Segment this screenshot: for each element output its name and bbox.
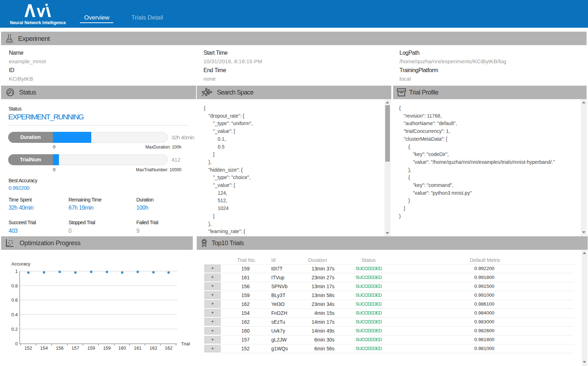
svg-text:160: 160 — [118, 345, 126, 351]
svg-text:0.6: 0.6 — [11, 297, 18, 303]
svg-text:162: 162 — [165, 345, 173, 351]
svg-text:157: 157 — [71, 345, 79, 351]
svg-text:1: 1 — [15, 269, 18, 274]
svg-text:161: 161 — [134, 345, 142, 351]
svg-text:Accuracy: Accuracy — [11, 261, 31, 267]
svg-text:156: 156 — [56, 345, 64, 351]
svg-text:159: 159 — [103, 345, 111, 351]
svg-text:159: 159 — [87, 345, 95, 351]
svg-text:0.8: 0.8 — [11, 283, 18, 289]
svg-text:154: 154 — [40, 345, 48, 351]
svg-text:0: 0 — [15, 341, 18, 346]
svg-text:Trial: Trial — [181, 341, 190, 346]
svg-text:162: 162 — [149, 345, 157, 351]
svg-text:0.2: 0.2 — [11, 327, 18, 332]
svg-text:152: 152 — [24, 345, 32, 351]
svg-text:0.4: 0.4 — [11, 312, 18, 317]
